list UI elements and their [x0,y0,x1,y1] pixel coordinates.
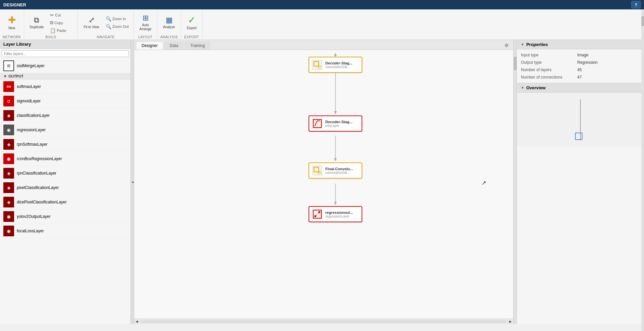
ribbon-group-analysis-buttons: ▦ Analyze [160,11,178,35]
new-button[interactable]: ✚ New [5,12,19,33]
node-decoder-stag-conv[interactable]: Decoder-Stag... convolution2dL... [309,57,362,73]
svg-rect-26 [576,133,582,140]
auto-arrange-icon: ⊞ [143,14,149,22]
prop-value-num-connections: 47 [577,75,582,80]
node-icon-conv3 [312,165,323,176]
output-section-label: OUTPUT [8,74,23,78]
layer-name-classification: classificationLayer [17,113,50,118]
layer-name-softmax: softmaxLayer [17,84,41,89]
copy-icon: ⧉ [50,20,53,26]
node-final-conv[interactable]: Final-Convolu... convolution2dL... [309,162,362,179]
prop-label-num-connections: Number of connections [521,75,575,80]
ribbon-group-analysis: ▦ Analyze ANALYSIS [157,11,181,39]
help-button[interactable]: ? [631,1,641,8]
list-item[interactable]: ◈ classificationLayer [0,108,130,123]
scroll-left-arrow[interactable]: ◀ [134,319,140,324]
node-decoder-stag-relu[interactable]: Decoder-Stag... reluLayer [309,115,362,132]
node-text-3: Final-Convolu... convolution2dL... [325,167,353,175]
prop-row-output-type: Output type Regression [521,60,640,65]
prop-row-num-connections: Number of connections 47 [521,75,640,80]
prop-label-input-type: Input type [521,53,575,57]
cursor-indicator: ↗ [481,179,486,187]
node-type-1: convolution2dL... [325,65,353,69]
paste-button[interactable]: 📋 Paste [48,27,75,34]
properties-section-header[interactable]: ▼ Properties [517,40,644,49]
scroll-track[interactable] [141,320,506,323]
cut-label: Cut [55,13,61,17]
overview-section: ▼ Overview [517,83,644,324]
export-icon: ✓ [188,15,196,25]
svg-rect-12 [313,119,322,128]
copy-button[interactable]: ⧉ Copy [48,19,75,27]
list-item[interactable]: ◈ rpnClassificationLayer [0,166,130,181]
canvas-settings-button[interactable]: ⚙ [502,41,512,50]
list-item[interactable]: ◈ rpnSoftmaxLayer [0,137,130,152]
canvas-area: Designer Data Training ⚙ [134,40,513,324]
ribbon: ✚ New NETWORK ⧉ Duplicate ✂ Cut [0,9,644,40]
app-title: DESIGNER [3,2,26,7]
layer-name-ssdmerge: ssdMergeLayer [17,63,45,68]
list-item[interactable]: σ sigmoidLayer [0,94,130,108]
zoom-out-button[interactable]: 🔍 Zoom Out [104,23,131,30]
duplicate-button[interactable]: ⧉ Duplicate [27,12,47,33]
duplicate-icon: ⧉ [34,16,39,24]
export-button[interactable]: ✓ Export [184,12,200,33]
node-name-4: regressionout... [325,210,353,215]
layer-icon-pixelclass: ◈ [3,182,14,193]
export-group-label: EXPORT [184,35,199,39]
prop-value-output-type: Regression [577,60,598,65]
list-item[interactable]: ⊞ ssdMergeLayer [0,59,130,73]
layer-icon-rpnsoftmax: ◈ [3,139,14,150]
tab-training[interactable]: Training [184,41,210,50]
layer-icon-classification: ◈ [3,110,14,121]
list-item[interactable]: ◉ regressionLayer [0,123,130,137]
list-item[interactable]: ◈ dicePixelClassificationLayer [0,195,130,209]
output-section-header[interactable]: ▼ OUTPUT [0,73,130,80]
overview-title: Overview [526,85,546,90]
layer-name-dicepixel: dicePixelClassificationLayer [17,200,67,204]
library-collapse-handle[interactable]: ◀ [131,40,134,324]
prop-row-num-layers: Number of layers 45 [521,67,640,72]
layer-icon-softmax: SM [3,81,14,92]
ribbon-group-build: ⧉ Duplicate ✂ Cut ⧉ Copy 📋 Paste [24,11,78,39]
cut-button[interactable]: ✂ Cut [48,11,75,19]
scroll-right-arrow[interactable]: ▶ [508,319,513,324]
connections-svg [134,50,513,319]
node-regression-output[interactable]: regressionout... regressionLayer [309,206,362,222]
prop-row-input-type: Input type Image [521,53,640,57]
list-item[interactable]: ◉ focalLossLayer [0,224,130,238]
list-item[interactable]: ◉ yolov2OutputLayer [0,209,130,224]
tab-designer[interactable]: Designer [136,41,163,50]
node-name-2: Decoder-Stag... [325,120,353,124]
properties-scrollbar[interactable] [641,9,644,331]
layer-icon-rpnclass: ◈ [3,168,14,179]
bottom-scrollbar[interactable]: ◀ ▶ [134,319,513,324]
svg-marker-6 [334,202,337,205]
copy-label: Copy [54,21,63,25]
properties-panel: ▼ Properties Input type Image Output typ… [517,40,644,324]
layer-filter-input[interactable] [2,50,129,57]
fit-to-view-button[interactable]: ⤢ Fit to View [80,12,102,33]
list-item[interactable]: ◈ pixelClassificationLayer [0,181,130,195]
network-canvas[interactable]: Decoder-Stag... convolution2dL... [134,50,513,319]
layer-name-regression: regressionLayer [17,128,46,132]
overview-svg [517,93,644,146]
analyze-icon: ▦ [166,16,173,24]
node-icon-regout [312,209,323,220]
node-icon-relu [312,118,323,129]
zoom-in-button[interactable]: 🔍 Zoom In [104,15,131,22]
canvas-scrollbar-thumb [514,57,517,70]
network-group-label: NETWORK [3,35,21,39]
layer-name-rpnsoftmax: rpnSoftmaxLayer [17,142,47,147]
auto-arrange-button[interactable]: ⊞ AutoArrange [137,12,155,33]
analyze-button[interactable]: ▦ Analyze [160,12,178,33]
ribbon-content: ✚ New NETWORK ⧉ Duplicate ✂ Cut [0,9,644,40]
paste-label: Paste [57,29,66,33]
list-item[interactable]: ◉ rcnnBoxRegressionLayer [0,152,130,166]
layer-library: Layer Library ⊞ ssdMergeLayer ▼ OUTPUT S… [0,40,131,324]
canvas-scrollbar[interactable] [513,40,517,324]
overview-section-header[interactable]: ▼ Overview [517,83,644,93]
tab-data[interactable]: Data [164,41,184,50]
list-item[interactable]: SM softmaxLayer [0,80,130,94]
svg-marker-4 [334,111,337,114]
